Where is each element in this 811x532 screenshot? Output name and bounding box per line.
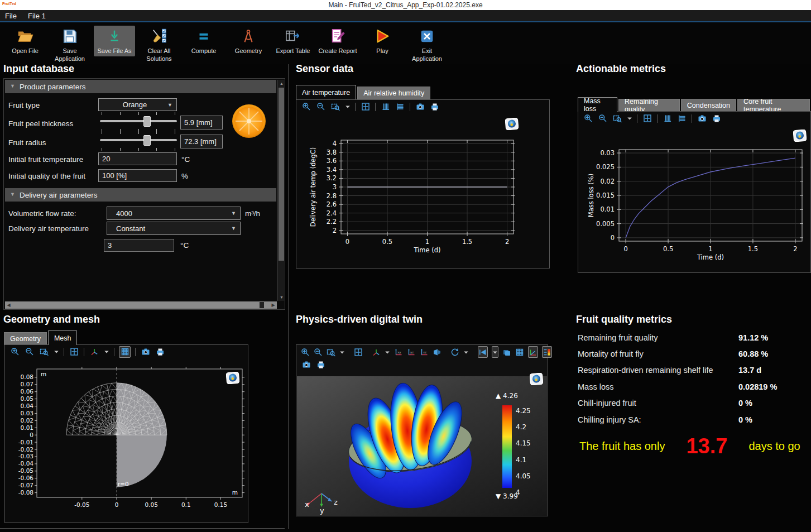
slider-handle[interactable] (143, 116, 151, 127)
fruit-radius-slider[interactable] (100, 131, 177, 151)
svg-text:3: 3 (333, 183, 337, 191)
menu-item-file-1[interactable]: File 1 (28, 12, 46, 20)
tab-air-temperature[interactable]: Air temperature (296, 85, 356, 99)
fruit-peel-thickness-value[interactable]: 5.9 [mm] (180, 116, 223, 130)
slider-handle[interactable] (143, 135, 151, 146)
view-xy-icon[interactable]: xy (394, 347, 403, 357)
camera-icon[interactable] (301, 359, 311, 370)
horizontal-scrollbar[interactable]: ◀ ▶ (5, 301, 277, 309)
delivery-air-parameters-header[interactable]: ▼ Delivery air parameters (5, 188, 276, 202)
vertical-scrollbar[interactable]: ▲ ▼ (277, 80, 285, 301)
caret-icon[interactable] (103, 347, 109, 357)
zoom-in-icon[interactable] (301, 102, 311, 112)
perspective-icon[interactable] (433, 347, 442, 357)
menu-item-file[interactable]: File (5, 12, 17, 20)
constant-temperature-input[interactable]: 3 (104, 239, 174, 252)
camera-icon[interactable] (697, 113, 707, 124)
digital-twin-toolbar-row2 (296, 358, 548, 372)
export-table-button[interactable]: Export Table (272, 26, 314, 56)
tab-geometry[interactable]: Geometry (4, 332, 47, 345)
triad-icon[interactable] (372, 347, 381, 357)
scrollbar-thumb[interactable] (260, 302, 264, 308)
zoom-box-icon[interactable] (612, 113, 622, 124)
colorbar-toggle-icon[interactable] (542, 346, 552, 358)
tab-mesh[interactable]: Mesh (48, 330, 78, 345)
zoom-out-icon[interactable] (24, 347, 35, 357)
delivery-air-temperature-select[interactable]: Constant ▼ (107, 222, 241, 235)
product-parameters-header[interactable]: ▼ Product parameters (5, 80, 276, 93)
scroll-left-icon[interactable]: ◀ (5, 301, 12, 309)
rotate-icon[interactable] (450, 347, 459, 357)
sensor-data-tabs: Air temperatureAir relative humidity (296, 85, 431, 99)
digital-twin-scene[interactable]: ▲ 4.264.254.24.154.14.054▼ 3.99 x y z (297, 376, 547, 516)
save-application-button[interactable]: Save Application (49, 26, 90, 64)
slider-track[interactable] (100, 139, 177, 141)
default-view-icon[interactable] (478, 346, 488, 358)
fit-icon[interactable] (642, 113, 652, 124)
zoom-out-icon[interactable] (315, 102, 326, 112)
caret-icon[interactable] (339, 347, 345, 357)
zoom-out-icon[interactable] (597, 113, 608, 124)
play-button[interactable]: Play (362, 26, 403, 56)
zoom-in-icon[interactable] (583, 113, 593, 124)
triad-icon[interactable] (89, 347, 99, 357)
print-icon[interactable] (315, 359, 326, 370)
tab-core-fruit-temperature[interactable]: Core fruit temperature (737, 99, 810, 112)
caret-icon[interactable] (344, 102, 351, 112)
caret-icon[interactable] (492, 346, 498, 358)
clear-all-solutions-button[interactable]: Clear All Solutions (138, 26, 180, 64)
fit-icon[interactable] (69, 347, 79, 357)
zoom-in-icon[interactable] (301, 347, 310, 357)
view-xz-icon[interactable]: xz (420, 347, 429, 357)
geometry-button[interactable]: Geometry (228, 26, 269, 56)
fruit-radius-value[interactable]: 72.3 [mm] (180, 135, 223, 148)
grid-x-icon[interactable] (380, 102, 391, 112)
fit-icon[interactable] (354, 347, 363, 357)
volumetric-flow-rate-select[interactable]: 4000 ▼ (107, 207, 241, 220)
view-yz-icon[interactable]: yz (407, 347, 416, 357)
zoom-box-icon[interactable] (330, 102, 340, 112)
exit-application-button[interactable]: Exit Application (406, 26, 448, 64)
zoom-box-icon[interactable] (327, 347, 335, 357)
open-file-button[interactable]: Open File (4, 26, 46, 56)
grid-y-icon[interactable] (676, 113, 687, 124)
caret-icon[interactable] (463, 347, 469, 357)
zoom-box-icon[interactable] (39, 347, 49, 357)
scrollbar-thumb[interactable] (279, 88, 284, 261)
scroll-right-icon[interactable]: ▶ (270, 301, 277, 309)
slider-track[interactable] (100, 120, 177, 122)
caret-icon[interactable] (53, 347, 59, 357)
grid-x-icon[interactable] (662, 113, 673, 124)
camera-icon[interactable] (415, 102, 425, 112)
create-report-button[interactable]: Create Report (317, 26, 358, 56)
initial-fruit-temperature-input[interactable]: 20 (98, 152, 177, 165)
scene-icon[interactable] (502, 347, 511, 357)
svg-text:1.5: 1.5 (462, 238, 472, 246)
axes-box-icon[interactable] (528, 346, 538, 358)
zoom-out-icon[interactable] (314, 347, 323, 357)
fruit-type-select[interactable]: Orange ▼ (98, 98, 177, 111)
tab-condensation[interactable]: Condensation (681, 99, 736, 112)
scroll-down-icon[interactable]: ▼ (278, 294, 285, 301)
initial-quality-input[interactable]: 100 [%] (98, 169, 177, 182)
grid-y-icon[interactable] (395, 102, 405, 112)
scroll-up-icon[interactable]: ▲ (278, 80, 285, 87)
mesh-toggle-icon[interactable] (119, 346, 131, 358)
camera-icon[interactable] (140, 347, 151, 357)
mesh-toggle-icon[interactable] (515, 347, 524, 357)
caret-icon[interactable] (385, 347, 390, 357)
caret-icon[interactable] (626, 113, 632, 124)
tab-mass-loss[interactable]: Mass loss (578, 97, 617, 112)
print-icon[interactable] (155, 347, 165, 357)
tab-remaining-quality[interactable]: Remaining quality (618, 99, 680, 112)
compute-button[interactable]: Compute (183, 26, 224, 56)
quality-metric-row: Chilling injury SA:0 % (578, 411, 811, 428)
print-icon[interactable] (711, 113, 722, 124)
fit-icon[interactable] (360, 102, 371, 112)
print-icon[interactable] (429, 102, 440, 112)
slider-ticks (100, 148, 177, 151)
zoom-in-icon[interactable] (9, 347, 20, 357)
tab-air-relative-humidity[interactable]: Air relative humidity (357, 87, 430, 99)
save-file-as-button[interactable]: Save File As (94, 26, 135, 56)
fruit-peel-thickness-slider[interactable] (100, 112, 177, 132)
